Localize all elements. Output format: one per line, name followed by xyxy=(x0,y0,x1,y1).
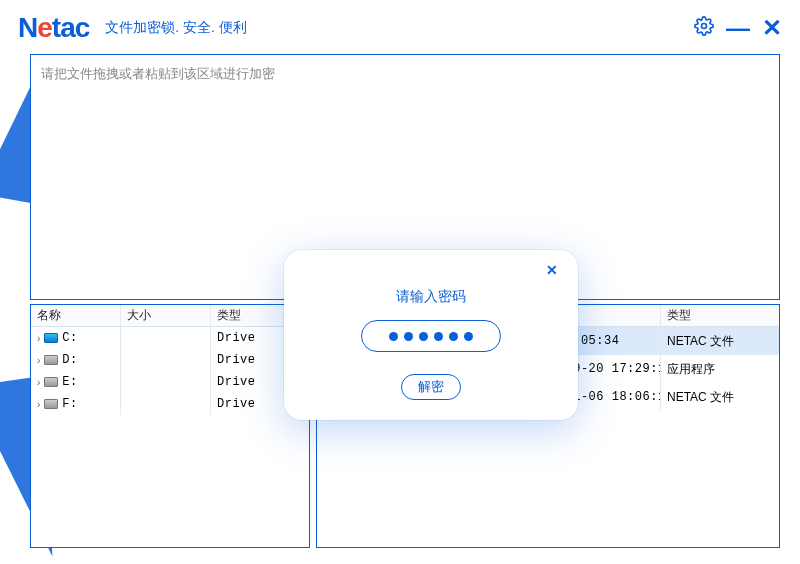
table-header: 名称 大小 类型 xyxy=(31,305,309,327)
dropzone-hint: 请把文件拖拽或者粘贴到该区域进行加密 xyxy=(41,66,275,81)
drive-label: E: xyxy=(62,375,77,389)
drive-icon xyxy=(44,399,58,409)
titlebar: Netac 文件加密锁. 安全. 便利 — ✕ xyxy=(0,0,800,54)
table-row[interactable]: ›E:Drive xyxy=(31,371,309,393)
drive-label: F: xyxy=(62,397,77,411)
chevron-right-icon: › xyxy=(37,377,40,388)
drive-label: C: xyxy=(62,331,77,345)
chevron-right-icon: › xyxy=(37,399,40,410)
drive-icon xyxy=(44,355,58,365)
drives-panel: 名称 大小 类型 ›C:Drive›D:Drive›E:Drive›F:Driv… xyxy=(30,304,310,548)
table-row[interactable]: ›F:Drive xyxy=(31,393,309,415)
table-row[interactable]: ›D:Drive xyxy=(31,349,309,371)
password-input[interactable] xyxy=(361,320,501,352)
col-name: 名称 xyxy=(31,305,121,326)
drive-icon xyxy=(44,377,58,387)
password-dialog: ✕ 请输入密码 解密 xyxy=(284,250,578,420)
file-type: NETAC 文件 xyxy=(661,383,779,411)
drive-icon xyxy=(44,333,58,343)
chevron-right-icon: › xyxy=(37,355,40,366)
file-type: 应用程序 xyxy=(661,355,779,383)
minimize-icon[interactable]: — xyxy=(726,14,750,42)
dialog-title: 请输入密码 xyxy=(396,288,466,306)
drive-label: D: xyxy=(62,353,77,367)
svg-point-0 xyxy=(702,23,707,28)
col-type: 类型 xyxy=(661,305,779,326)
decrypt-button[interactable]: 解密 xyxy=(401,374,461,400)
dialog-close-icon[interactable]: ✕ xyxy=(546,262,558,278)
file-type: NETAC 文件 xyxy=(661,327,779,355)
table-row[interactable]: ›C:Drive xyxy=(31,327,309,349)
brand-logo: Netac xyxy=(18,12,89,44)
gear-icon[interactable] xyxy=(694,16,714,41)
close-icon[interactable]: ✕ xyxy=(762,14,782,42)
col-size: 大小 xyxy=(121,305,211,326)
tagline: 文件加密锁. 安全. 便利 xyxy=(105,19,247,37)
chevron-right-icon: › xyxy=(37,333,40,344)
